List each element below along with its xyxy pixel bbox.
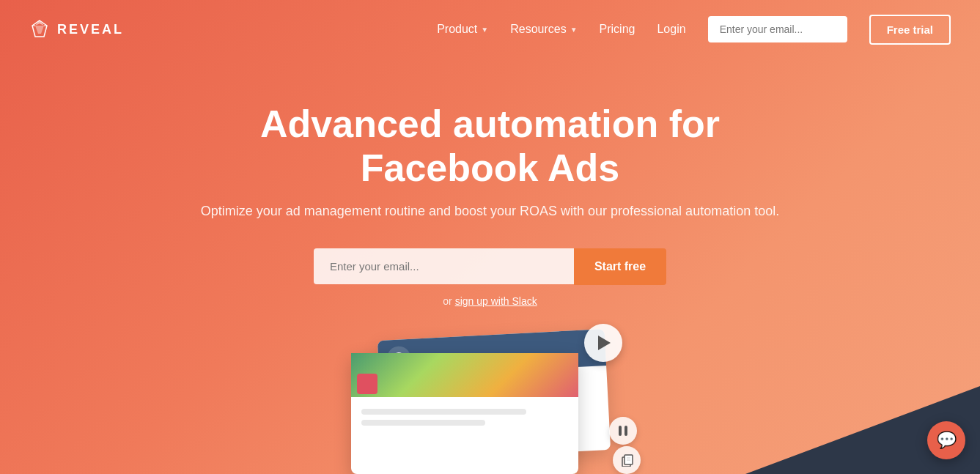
nav-resources[interactable]: Resources ▼	[510, 23, 577, 36]
hero-slack-text: or sign up with Slack	[443, 295, 537, 307]
pages-button[interactable]	[613, 446, 641, 474]
navigation: REVEAL Product ▼ Resources ▼ Pricing Log…	[0, 0, 980, 59]
nav-right: Product ▼ Resources ▼ Pricing Login Free…	[437, 15, 951, 45]
hero-subtitle: Optimize your ad management routine and …	[201, 204, 779, 219]
nav-free-trial-button[interactable]: Free trial	[869, 15, 951, 45]
nav-pricing[interactable]: Pricing	[600, 23, 635, 36]
play-button[interactable]	[584, 324, 622, 362]
pause-button[interactable]	[609, 417, 637, 445]
card-line	[361, 409, 527, 415]
hero-illustration	[336, 320, 644, 474]
hero-start-free-button[interactable]: Start free	[574, 248, 666, 285]
logo-text: REVEAL	[57, 22, 124, 37]
hero-content: Advanced automation for Facebook Ads Opt…	[0, 59, 980, 474]
play-icon	[598, 336, 611, 350]
slack-signup-link[interactable]: sign up with Slack	[455, 295, 537, 307]
chevron-down-icon: ▼	[570, 26, 578, 34]
pause-bar-right	[625, 426, 627, 436]
pages-icon	[620, 453, 633, 467]
hero-email-input[interactable]	[314, 248, 574, 284]
logo-icon	[29, 19, 50, 40]
card-front	[351, 353, 578, 474]
nav-login[interactable]: Login	[657, 23, 685, 36]
chevron-down-icon: ▼	[481, 26, 488, 34]
pause-bar-left	[619, 426, 622, 436]
hero-title: Advanced automation for Facebook Ads	[205, 103, 776, 190]
svg-marker-2	[35, 26, 44, 34]
chat-icon: 💬	[937, 431, 957, 450]
nav-product[interactable]: Product ▼	[437, 23, 488, 36]
hero-section: REVEAL Product ▼ Resources ▼ Pricing Log…	[0, 0, 980, 474]
card-image	[351, 353, 578, 397]
logo-link[interactable]: REVEAL	[29, 19, 124, 40]
card-image-small	[357, 374, 377, 394]
chat-bubble[interactable]: 💬	[927, 421, 965, 459]
nav-email-input[interactable]	[708, 16, 847, 42]
card-front-body	[351, 401, 578, 438]
hero-form: Start free	[314, 248, 666, 285]
card-line	[361, 420, 485, 426]
